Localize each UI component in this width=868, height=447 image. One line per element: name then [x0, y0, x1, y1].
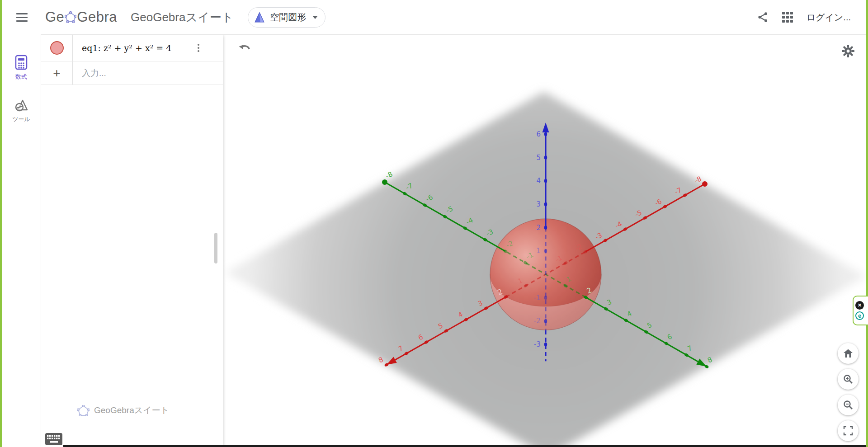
input-row[interactable]: + [41, 61, 223, 85]
sidebar-item-algebra[interactable]: 数式 [14, 55, 28, 81]
settings-button[interactable] [838, 42, 858, 61]
geogebra-logo[interactable]: Ge Gebra [45, 9, 117, 25]
logo-text-1: Ge [45, 9, 64, 25]
share-button[interactable] [757, 11, 769, 23]
apps-grid-button[interactable] [782, 11, 793, 23]
gear-icon [841, 44, 855, 58]
share-icon [757, 11, 769, 23]
tools-icon [14, 99, 28, 113]
pyramid-icon [254, 11, 265, 23]
virtual-keyboard-toggle[interactable] [45, 433, 63, 447]
keyboard-icon [45, 433, 63, 446]
view-selector-label: 空間図形 [270, 11, 306, 24]
view-controls [838, 343, 859, 441]
undo-button[interactable] [235, 39, 255, 59]
graphics-view-hit-area[interactable] [224, 35, 866, 445]
equation-menu-button[interactable] [193, 42, 204, 54]
geogebra-pentagon-icon [77, 405, 90, 416]
zoom-out-icon [843, 400, 854, 410]
header-divider [41, 34, 866, 35]
app-header: Ge Gebra GeoGebraスイート 空間図形 [2, 0, 866, 34]
eset-browser-badge: ✕ e [853, 296, 868, 325]
panel-scrollbar[interactable] [214, 233, 217, 263]
hamburger-menu-button[interactable] [12, 7, 32, 27]
algebra-panel: eq1: z² + y² + x² = 4 + GeoGebraスイート [41, 35, 223, 447]
zoom-out-button[interactable] [838, 395, 859, 415]
screen-border-left [0, 0, 2, 447]
equation-text: eq1: z² + y² + x² = 4 [73, 43, 171, 53]
watermark-text: GeoGebraスイート [94, 405, 169, 416]
app-title: GeoGebraスイート [131, 9, 233, 25]
add-cell: + [41, 61, 73, 85]
calculator-icon [14, 55, 28, 70]
equation-marker-cell [41, 35, 73, 61]
fullscreen-icon [843, 426, 853, 436]
zoom-in-icon [843, 374, 854, 385]
add-input-button[interactable]: + [53, 67, 60, 80]
screen-border-right [866, 0, 868, 447]
geogebra-pentagon-icon [65, 11, 76, 23]
apps-grid-icon [782, 11, 793, 23]
view-selector-dropdown[interactable]: 空間図形 [248, 7, 326, 28]
home-view-button[interactable] [838, 343, 859, 364]
sidebar-item-label: ツール [12, 115, 30, 123]
logo-text-2: Gebra [77, 9, 117, 25]
algebra-input[interactable] [73, 68, 204, 78]
fullscreen-button[interactable] [838, 420, 859, 441]
sidebar-item-label: 数式 [15, 73, 27, 81]
home-icon [843, 348, 853, 358]
eset-logo-icon[interactable]: e [855, 311, 864, 320]
left-rail: 数式 ツール [2, 35, 41, 447]
zoom-in-button[interactable] [838, 369, 859, 390]
visibility-toggle-circle[interactable] [50, 41, 64, 55]
equation-row[interactable]: eq1: z² + y² + x² = 4 [41, 35, 223, 61]
close-icon[interactable]: ✕ [855, 301, 864, 310]
screen-border-bottom [63, 445, 868, 447]
chevron-down-icon [312, 16, 318, 19]
sidebar-item-tools[interactable]: ツール [12, 99, 30, 123]
login-button[interactable]: ログイン... [806, 11, 851, 24]
undo-icon [238, 41, 252, 56]
watermark: GeoGebraスイート [77, 405, 169, 416]
